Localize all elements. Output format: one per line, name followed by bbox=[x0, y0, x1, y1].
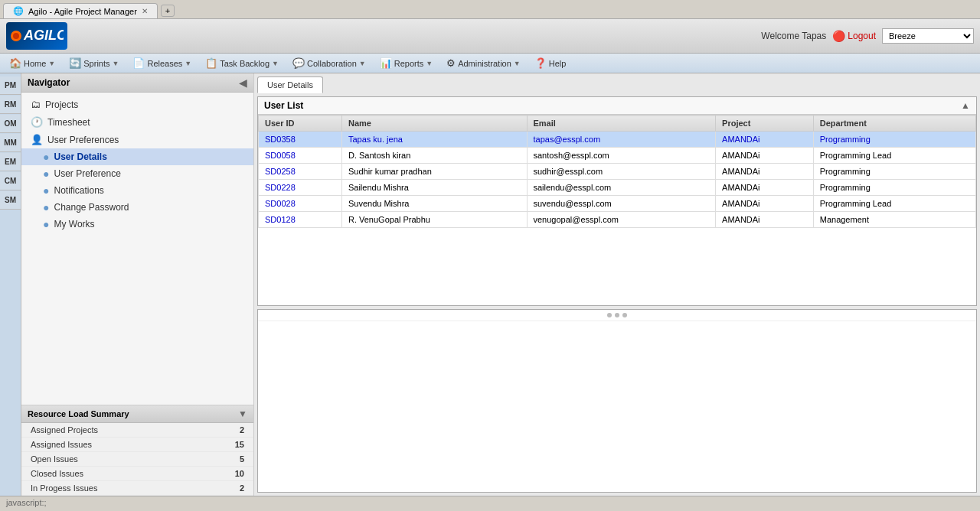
status-bar: javascript:; bbox=[0, 496, 980, 509]
nav-help-label: Help bbox=[549, 59, 567, 68]
user-id-link[interactable]: SD0028 bbox=[265, 199, 296, 208]
logout-button[interactable]: 🔴 Logout bbox=[832, 30, 876, 42]
tab-close-button[interactable]: ✕ bbox=[142, 7, 148, 15]
nav-releases[interactable]: 📄 Releases ▼ bbox=[126, 55, 198, 71]
user-project: AMANDAi bbox=[716, 132, 814, 148]
table-row[interactable]: SD0258Sudhir kumar pradhansudhir@esspl.c… bbox=[259, 164, 976, 180]
assigned-projects-value: 2 bbox=[240, 425, 244, 435]
sidebar-subitem-user-details[interactable]: ● User Details bbox=[21, 148, 253, 165]
resource-row-assigned-projects: Assigned Projects 2 bbox=[21, 423, 253, 438]
change-password-dot: ● bbox=[43, 201, 49, 213]
pill-cm[interactable]: CM bbox=[0, 172, 21, 190]
user-details-label: User Details bbox=[54, 151, 106, 162]
sprints-icon: 🔄 bbox=[69, 57, 81, 69]
resource-collapse-button[interactable]: ▼ bbox=[238, 408, 247, 419]
theme-selector[interactable]: BreezeDefaultDark bbox=[882, 28, 974, 44]
nav-collaboration[interactable]: 💬 Collaboration ▼ bbox=[286, 55, 372, 71]
user-project: AMANDAi bbox=[716, 212, 814, 228]
tab-title: Agilo - Agile Project Manager bbox=[28, 7, 137, 16]
sidebar-title: Navigator bbox=[28, 77, 70, 88]
assigned-issues-label: Assigned Issues bbox=[31, 440, 92, 449]
pill-rm[interactable]: RM bbox=[0, 96, 21, 114]
user-table: User ID Name Email Project Department SD… bbox=[258, 115, 976, 228]
user-id-link[interactable]: SD0228 bbox=[265, 183, 296, 192]
table-title: User List bbox=[264, 100, 303, 111]
new-tab-button[interactable]: + bbox=[161, 5, 175, 17]
tab-icon: 🌐 bbox=[13, 6, 24, 16]
user-id-link[interactable]: SD0128 bbox=[265, 215, 296, 224]
welcome-text: Welcome Tapas bbox=[761, 31, 826, 41]
nav-sprints-label: Sprints bbox=[83, 59, 109, 68]
nav-collaboration-label: Collaboration bbox=[307, 59, 357, 68]
projects-label: Projects bbox=[45, 99, 78, 110]
user-id-link[interactable]: SD0358 bbox=[265, 135, 296, 144]
sidebar-subitem-user-preference[interactable]: ● User Preference bbox=[21, 165, 253, 182]
reports-arrow: ▼ bbox=[426, 60, 433, 67]
sidebar-item-projects[interactable]: 🗂 Projects bbox=[21, 96, 253, 113]
sidebar-item-user-preferences[interactable]: 👤 User Preferences bbox=[21, 131, 253, 148]
change-password-label: Change Password bbox=[54, 202, 129, 213]
sidebar-item-timesheet[interactable]: 🕐 Timesheet bbox=[21, 113, 253, 131]
sprints-arrow: ▼ bbox=[113, 60, 119, 67]
table-collapse-button[interactable]: ▲ bbox=[961, 100, 970, 111]
collaboration-arrow: ▼ bbox=[359, 60, 366, 67]
sidebar-collapse-button[interactable]: ◀ bbox=[239, 76, 247, 89]
table-header-bar: User List ▲ bbox=[258, 97, 976, 115]
sidebar-nav: 🗂 Projects 🕐 Timesheet 👤 User Preference… bbox=[21, 93, 253, 405]
resource-summary: Resource Load Summary ▼ Assigned Project… bbox=[21, 405, 253, 496]
resource-summary-title: Resource Load Summary bbox=[28, 409, 129, 418]
user-id-link[interactable]: SD0258 bbox=[265, 167, 296, 176]
table-row[interactable]: SD0128R. VenuGopal Prabhuvenugopal@esspl… bbox=[259, 212, 976, 228]
sidebar-subitem-change-password[interactable]: ● Change Password bbox=[21, 199, 253, 216]
pill-pm[interactable]: PM bbox=[0, 76, 21, 95]
svg-point-1 bbox=[13, 33, 19, 39]
pill-sm[interactable]: SM bbox=[0, 191, 21, 210]
nav-home[interactable]: 🏠 Home ▼ bbox=[3, 55, 61, 71]
top-bar: AGILO Welcome Tapas 🔴 Logout BreezeDefau… bbox=[0, 19, 980, 54]
help-icon: ❓ bbox=[534, 57, 547, 69]
timesheet-icon: 🕐 bbox=[31, 116, 43, 128]
dot-3 bbox=[622, 313, 627, 317]
nav-help[interactable]: ❓ Help bbox=[528, 55, 573, 71]
user-email: sudhir@esspl.com bbox=[527, 164, 716, 180]
home-arrow: ▼ bbox=[48, 60, 55, 67]
releases-icon: 📄 bbox=[132, 57, 145, 69]
nav-reports[interactable]: 📊 Reports ▼ bbox=[374, 55, 439, 71]
sidebar-header: Navigator ◀ bbox=[21, 73, 253, 93]
bottom-panel bbox=[257, 309, 977, 493]
user-preference-dot: ● bbox=[43, 168, 49, 180]
nav-administration[interactable]: ⚙ Administration ▼ bbox=[440, 55, 527, 71]
pill-em[interactable]: EM bbox=[0, 153, 21, 171]
tab-user-details-label: User Details bbox=[267, 80, 313, 90]
task-backlog-arrow: ▼ bbox=[272, 60, 279, 67]
user-email: venugopal@esspl.com bbox=[527, 212, 716, 228]
administration-arrow: ▼ bbox=[514, 60, 521, 67]
sidebar-subitem-notifications[interactable]: ● Notifications bbox=[21, 182, 253, 199]
inprogress-issues-label: In Progess Issues bbox=[31, 483, 97, 493]
assigned-projects-label: Assigned Projects bbox=[31, 425, 98, 435]
table-row[interactable]: SD0028Suvendu Mishrasuvendu@esspl.comAMA… bbox=[259, 196, 976, 212]
browser-tab[interactable]: 🌐 Agilo - Agile Project Manager ✕ bbox=[3, 3, 158, 18]
collaboration-icon: 💬 bbox=[292, 57, 305, 69]
logo: AGILO bbox=[6, 22, 67, 50]
pill-mm[interactable]: MM bbox=[0, 134, 21, 152]
tab-user-details[interactable]: User Details bbox=[257, 76, 323, 93]
content-area: User Details User List ▲ User ID Name bbox=[254, 73, 980, 496]
user-email: suvendu@esspl.com bbox=[527, 196, 716, 212]
user-details-dot: ● bbox=[43, 151, 49, 163]
sidebar-subitem-my-works[interactable]: ● My Works bbox=[21, 216, 253, 233]
table-row[interactable]: SD0228Sailendu Mishrasailendu@esspl.comA… bbox=[259, 180, 976, 196]
user-id-link[interactable]: SD0058 bbox=[265, 151, 296, 160]
nav-task-backlog[interactable]: 📋 Task Backlog ▼ bbox=[199, 55, 285, 71]
table-row[interactable]: SD0058D. Santosh kiransantosh@esspl.comA… bbox=[259, 148, 976, 164]
inprogress-issues-value: 2 bbox=[240, 483, 244, 493]
col-header-userid: User ID bbox=[259, 116, 342, 132]
sidebar: Navigator ◀ 🗂 Projects 🕐 Timesheet 👤 Use… bbox=[21, 73, 254, 496]
table-row[interactable]: SD0358Tapas ku. jenatapas@esspl.comAMAND… bbox=[259, 132, 976, 148]
logo-image: AGILO bbox=[6, 22, 67, 50]
user-project: AMANDAi bbox=[716, 196, 814, 212]
pill-om[interactable]: OM bbox=[0, 115, 21, 133]
svg-text:AGILO: AGILO bbox=[23, 28, 64, 43]
user-email: sailendu@esspl.com bbox=[527, 180, 716, 196]
nav-sprints[interactable]: 🔄 Sprints ▼ bbox=[63, 55, 125, 71]
